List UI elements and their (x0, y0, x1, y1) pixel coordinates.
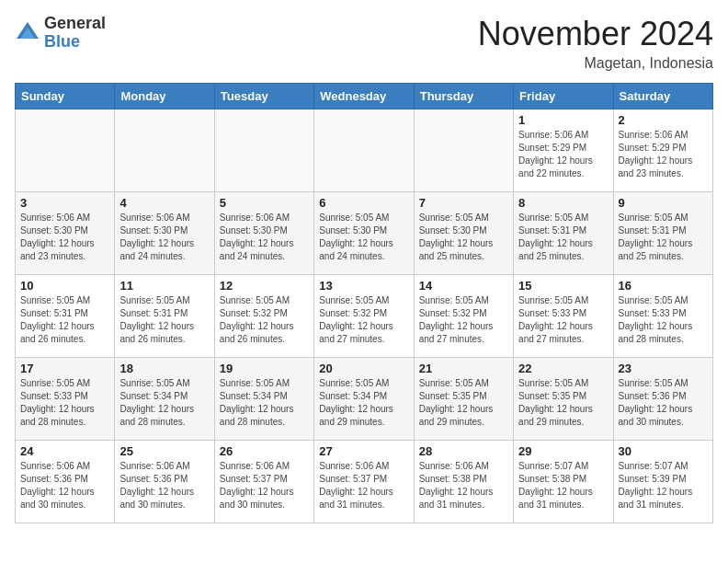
calendar-cell: 13Sunrise: 5:05 AM Sunset: 5:32 PM Dayli… (314, 275, 414, 358)
weekday-header: Sunday (16, 84, 115, 109)
calendar-cell (115, 109, 214, 192)
day-info: Sunrise: 5:06 AM Sunset: 5:30 PM Dayligh… (220, 212, 309, 263)
day-info: Sunrise: 5:05 AM Sunset: 5:34 PM Dayligh… (319, 377, 408, 429)
day-info: Sunrise: 5:06 AM Sunset: 5:37 PM Dayligh… (319, 460, 408, 511)
day-info: Sunrise: 5:07 AM Sunset: 5:39 PM Dayligh… (619, 460, 708, 511)
calendar-cell: 4Sunrise: 5:06 AM Sunset: 5:30 PM Daylig… (115, 192, 214, 275)
calendar-week: 24Sunrise: 5:06 AM Sunset: 5:36 PM Dayli… (16, 441, 713, 523)
calendar-cell: 6Sunrise: 5:05 AM Sunset: 5:30 PM Daylig… (314, 192, 414, 275)
day-number: 29 (518, 444, 608, 458)
calendar-cell: 25Sunrise: 5:06 AM Sunset: 5:36 PM Dayli… (115, 441, 214, 523)
day-info: Sunrise: 5:05 AM Sunset: 5:30 PM Dayligh… (319, 212, 408, 263)
calendar-cell: 19Sunrise: 5:05 AM Sunset: 5:34 PM Dayli… (214, 358, 313, 441)
day-info: Sunrise: 5:05 AM Sunset: 5:34 PM Dayligh… (220, 377, 309, 429)
day-info: Sunrise: 5:06 AM Sunset: 5:30 PM Dayligh… (20, 212, 109, 263)
calendar-week: 1Sunrise: 5:06 AM Sunset: 5:29 PM Daylig… (16, 109, 713, 192)
day-info: Sunrise: 5:05 AM Sunset: 5:33 PM Dayligh… (619, 294, 708, 346)
day-number: 20 (319, 362, 408, 375)
day-number: 21 (419, 362, 508, 375)
calendar-table: SundayMondayTuesdayWednesdayThursdayFrid… (15, 83, 713, 523)
calendar-cell: 27Sunrise: 5:06 AM Sunset: 5:37 PM Dayli… (314, 441, 414, 523)
calendar-cell: 11Sunrise: 5:05 AM Sunset: 5:31 PM Dayli… (115, 275, 214, 358)
day-info: Sunrise: 5:05 AM Sunset: 5:31 PM Dayligh… (119, 294, 209, 346)
logo: General Blue (15, 15, 106, 52)
calendar-week: 10Sunrise: 5:05 AM Sunset: 5:31 PM Dayli… (16, 275, 713, 358)
logo-icon (15, 20, 40, 46)
calendar-cell: 3Sunrise: 5:06 AM Sunset: 5:30 PM Daylig… (16, 192, 115, 275)
day-number: 18 (119, 362, 209, 375)
day-number: 27 (319, 444, 408, 458)
day-info: Sunrise: 5:06 AM Sunset: 5:29 PM Dayligh… (518, 129, 608, 180)
calendar-cell: 16Sunrise: 5:05 AM Sunset: 5:33 PM Dayli… (613, 275, 712, 358)
day-number: 8 (518, 196, 608, 210)
day-number: 1 (518, 113, 608, 127)
day-number: 3 (20, 196, 109, 210)
day-number: 6 (319, 196, 408, 210)
calendar-cell: 20Sunrise: 5:05 AM Sunset: 5:34 PM Dayli… (314, 358, 414, 441)
day-info: Sunrise: 5:05 AM Sunset: 5:35 PM Dayligh… (419, 377, 508, 429)
day-info: Sunrise: 5:05 AM Sunset: 5:35 PM Dayligh… (518, 377, 608, 429)
page-header: General Blue November 2024 Magetan, Indo… (15, 15, 713, 72)
logo-text: General Blue (44, 15, 106, 52)
day-number: 10 (20, 279, 109, 293)
calendar-cell: 12Sunrise: 5:05 AM Sunset: 5:32 PM Dayli… (214, 275, 313, 358)
day-info: Sunrise: 5:06 AM Sunset: 5:29 PM Dayligh… (619, 129, 708, 180)
day-info: Sunrise: 5:06 AM Sunset: 5:37 PM Dayligh… (220, 460, 309, 511)
weekday-header: Thursday (414, 84, 513, 109)
day-info: Sunrise: 5:05 AM Sunset: 5:31 PM Dayligh… (619, 212, 708, 263)
day-number: 22 (518, 362, 608, 375)
day-info: Sunrise: 5:07 AM Sunset: 5:38 PM Dayligh… (518, 460, 608, 511)
day-number: 5 (220, 196, 309, 210)
calendar-cell: 1Sunrise: 5:06 AM Sunset: 5:29 PM Daylig… (514, 109, 613, 192)
day-number: 9 (619, 196, 708, 210)
calendar-cell: 14Sunrise: 5:05 AM Sunset: 5:32 PM Dayli… (414, 275, 513, 358)
calendar-cell: 15Sunrise: 5:05 AM Sunset: 5:33 PM Dayli… (514, 275, 613, 358)
day-number: 23 (619, 362, 708, 375)
day-number: 11 (119, 279, 209, 293)
day-number: 28 (419, 444, 508, 458)
calendar-cell: 10Sunrise: 5:05 AM Sunset: 5:31 PM Dayli… (16, 275, 115, 358)
day-number: 12 (220, 279, 309, 293)
calendar-cell: 24Sunrise: 5:06 AM Sunset: 5:36 PM Dayli… (16, 441, 115, 523)
day-number: 7 (419, 196, 508, 210)
calendar-cell: 5Sunrise: 5:06 AM Sunset: 5:30 PM Daylig… (214, 192, 313, 275)
day-info: Sunrise: 5:06 AM Sunset: 5:38 PM Dayligh… (419, 460, 508, 511)
day-info: Sunrise: 5:05 AM Sunset: 5:31 PM Dayligh… (518, 212, 608, 263)
calendar-cell (214, 109, 313, 192)
calendar-cell: 17Sunrise: 5:05 AM Sunset: 5:33 PM Dayli… (16, 358, 115, 441)
day-number: 16 (619, 279, 708, 293)
day-number: 25 (119, 444, 209, 458)
location: Magetan, Indonesia (478, 55, 713, 72)
weekday-header: Friday (514, 84, 613, 109)
calendar-cell: 30Sunrise: 5:07 AM Sunset: 5:39 PM Dayli… (613, 441, 712, 523)
day-info: Sunrise: 5:05 AM Sunset: 5:33 PM Dayligh… (518, 294, 608, 346)
calendar-cell (414, 109, 513, 192)
weekday-header: Monday (115, 84, 214, 109)
day-number: 26 (220, 444, 309, 458)
day-info: Sunrise: 5:05 AM Sunset: 5:32 PM Dayligh… (419, 294, 508, 346)
weekday-header: Tuesday (214, 84, 313, 109)
calendar-cell (314, 109, 414, 192)
calendar-cell: 8Sunrise: 5:05 AM Sunset: 5:31 PM Daylig… (514, 192, 613, 275)
day-number: 17 (20, 362, 109, 375)
calendar-cell: 21Sunrise: 5:05 AM Sunset: 5:35 PM Dayli… (414, 358, 513, 441)
calendar-cell: 26Sunrise: 5:06 AM Sunset: 5:37 PM Dayli… (214, 441, 313, 523)
calendar-header: SundayMondayTuesdayWednesdayThursdayFrid… (16, 84, 713, 109)
calendar-cell: 22Sunrise: 5:05 AM Sunset: 5:35 PM Dayli… (514, 358, 613, 441)
day-number: 13 (319, 279, 408, 293)
calendar-week: 17Sunrise: 5:05 AM Sunset: 5:33 PM Dayli… (16, 358, 713, 441)
calendar-cell: 28Sunrise: 5:06 AM Sunset: 5:38 PM Dayli… (414, 441, 513, 523)
day-info: Sunrise: 5:06 AM Sunset: 5:30 PM Dayligh… (119, 212, 209, 263)
day-number: 30 (619, 444, 708, 458)
calendar-cell: 7Sunrise: 5:05 AM Sunset: 5:30 PM Daylig… (414, 192, 513, 275)
weekday-header: Wednesday (314, 84, 414, 109)
day-info: Sunrise: 5:06 AM Sunset: 5:36 PM Dayligh… (20, 460, 109, 511)
calendar-cell: 9Sunrise: 5:05 AM Sunset: 5:31 PM Daylig… (613, 192, 712, 275)
title-block: November 2024 Magetan, Indonesia (478, 15, 713, 72)
day-info: Sunrise: 5:05 AM Sunset: 5:32 PM Dayligh… (319, 294, 408, 346)
day-info: Sunrise: 5:05 AM Sunset: 5:32 PM Dayligh… (220, 294, 309, 346)
calendar-cell: 23Sunrise: 5:05 AM Sunset: 5:36 PM Dayli… (613, 358, 712, 441)
day-number: 4 (119, 196, 209, 210)
month-title: November 2024 (478, 15, 713, 53)
day-number: 19 (220, 362, 309, 375)
